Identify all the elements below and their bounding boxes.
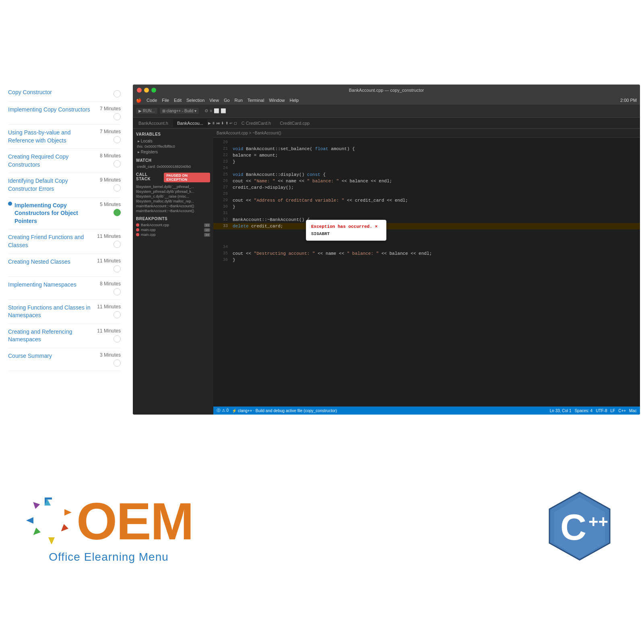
code-line-23: 23 } [213, 159, 640, 165]
build-select[interactable]: ⊞ clang++ - Build ▾ [160, 108, 199, 114]
check-circle [114, 113, 121, 120]
menu-code[interactable]: Code [147, 98, 157, 103]
course-item-title[interactable]: Copy Constructor [8, 89, 52, 95]
main-content: Copy Constructor Implementing Copy Const… [0, 85, 644, 415]
code-line-36: 36 } [213, 257, 640, 263]
code-line-25: 25 void BankAccount::display() const { [213, 171, 640, 178]
list-item[interactable]: Course Summary 3 Minutes [8, 348, 121, 371]
list-item[interactable]: Using Pass-by-value and Reference with O… [8, 125, 121, 149]
locals-item[interactable]: ▸ Locals [136, 138, 210, 144]
menu-time: 2:00 PM [620, 98, 637, 103]
svg-text:C: C [560, 507, 586, 547]
list-item[interactable]: Implementing Copy Constructors 7 Minutes [8, 102, 121, 125]
list-item[interactable]: Identifying Default Copy Constructor Err… [8, 173, 121, 197]
breakpoints-title: BREAKPOINTS [136, 217, 210, 221]
code-line-22: 22 balance = amount; [213, 152, 640, 159]
code-line-31: 31 [213, 210, 640, 217]
ide-body: VARIABLES ▸ Locals this: 0x00007ffecfbff… [133, 129, 640, 415]
list-item[interactable]: Creating Required Copy Constructors 8 Mi… [8, 149, 121, 173]
course-item-title-active[interactable]: Implementing Copy Constructors for Objec… [14, 202, 78, 224]
course-item-title[interactable]: Creating Friend Functions and Classes [8, 234, 84, 248]
cpp-logo: C ++ [539, 489, 620, 570]
duration-label: 7 Minutes [100, 129, 121, 134]
menu-terminal[interactable]: Terminal [248, 98, 264, 103]
breakpoint-dot [136, 228, 139, 231]
svg-marker-4 [26, 517, 33, 524]
course-item-title[interactable]: Course Summary [8, 353, 52, 359]
check-circle [114, 184, 121, 192]
check-circle [114, 359, 121, 367]
mac-maximize-button[interactable] [151, 88, 156, 93]
status-platform: Mac [629, 409, 637, 413]
oem-brand-text: OEM [76, 495, 193, 547]
exception-message: SIGABRT [311, 231, 381, 237]
tab-creditcard-h[interactable]: C CreditCard.h [237, 119, 275, 127]
code-editor[interactable]: BankAccount.cpp > ~BankAccount() 20 21 v… [213, 129, 640, 415]
watch-item: credit_card: 0x0000001882040b0 [136, 164, 210, 169]
status-errors: ⓪ ⚠ 0 [217, 408, 229, 413]
code-line-34: 34 [213, 244, 640, 250]
menu-window[interactable]: Window [269, 98, 285, 103]
list-item[interactable]: Copy Constructor [8, 85, 121, 102]
menu-selection[interactable]: Selection [186, 98, 204, 103]
list-item[interactable]: Creating and Referencing Namespaces 11 M… [8, 324, 121, 348]
breakpoint-dot [136, 223, 139, 227]
list-item[interactable]: Implementing Copy Constructors for Objec… [8, 198, 121, 230]
list-item[interactable]: Implementing Namespaces 8 Minutes [8, 277, 121, 300]
tab-creditcard-cpp[interactable]: CreditCard.cpp [276, 119, 314, 127]
oem-arrows-icon [24, 497, 72, 545]
duration-label: 8 Minutes [100, 281, 121, 287]
menu-apple[interactable]: 🍎 [136, 98, 142, 103]
check-circle [114, 265, 121, 272]
mac-titlebar: BankAccount.cpp — copy_constructor [133, 85, 640, 96]
check-circle [114, 335, 121, 343]
menu-edit[interactable]: Edit [174, 98, 182, 103]
breadcrumb: BankAccount.cpp > ~BankAccount() [217, 131, 281, 135]
course-item-title[interactable]: Implementing Copy Constructors [8, 106, 90, 113]
check-circle [114, 160, 121, 167]
tab-bankaccount-cpp[interactable]: BankAccou... [173, 119, 207, 127]
mac-minimize-button[interactable] [144, 88, 149, 93]
exception-close-icon[interactable]: × [375, 224, 378, 229]
list-item[interactable]: Creating Nested Classes 11 Minutes [8, 254, 121, 277]
course-item-title[interactable]: Implementing Namespaces [8, 281, 76, 288]
code-line-27: 27 credit_card->display(); [213, 184, 640, 191]
menu-help[interactable]: Help [290, 98, 299, 103]
variables-title: VARIABLES [136, 132, 210, 136]
breadcrumb-bar: BankAccount.cpp > ~BankAccount() [213, 129, 640, 138]
course-item-title[interactable]: Creating Nested Classes [8, 258, 70, 265]
code-line-20: 20 [213, 139, 640, 146]
list-item[interactable]: Storing Functions and Classes in Namespa… [8, 300, 121, 324]
tabs-bar: BankAccount.h BankAccou... ▶ ⏸ ⏭ ⬇ ⬆ ↩ ◻… [133, 118, 640, 129]
ide-toolbar: ▶ RUN... ⊞ clang++ - Build ▾ ⚙ ≡ ⬜ ⬜ [133, 105, 640, 118]
duration-label: 3 Minutes [100, 352, 121, 358]
menu-view[interactable]: View [209, 98, 219, 103]
course-item-title[interactable]: Using Pass-by-value and Reference with O… [8, 129, 71, 144]
status-bar: ⓪ ⚠ 0 ⚡ clang++ · Build and debug active… [213, 407, 640, 415]
list-item[interactable]: Creating Friend Functions and Classes 11… [8, 229, 121, 254]
menu-go[interactable]: Go [224, 98, 230, 103]
menu-file[interactable]: File [162, 98, 169, 103]
tab-bankaccount-h[interactable]: BankAccount.h [134, 119, 172, 127]
run-button[interactable]: ▶ RUN... [136, 108, 157, 114]
branding-section: OEM Office Elearning Menu C ++ [0, 415, 644, 644]
mac-close-button[interactable] [137, 88, 142, 93]
course-sidebar: Copy Constructor Implementing Copy Const… [0, 85, 129, 415]
menu-run[interactable]: Run [235, 98, 243, 103]
registers-item[interactable]: ▸ Registers [136, 149, 210, 155]
course-item-title[interactable]: Identifying Default Copy Constructor Err… [8, 178, 68, 192]
duration-label: 9 Minutes [100, 177, 121, 183]
course-item-title[interactable]: Creating Required Copy Constructors [8, 153, 68, 168]
course-item-title[interactable]: Storing Functions and Classes in Namespa… [8, 304, 91, 319]
code-line-28: 28 [213, 191, 640, 197]
callstack-item-2: libsystem_c.dylib`__raise (misc... [136, 194, 210, 199]
course-item-title[interactable]: Creating and Referencing Namespaces [8, 328, 72, 343]
code-line-33-highlighted: 33 delete credit_card; [213, 223, 640, 229]
duration-label: 11 Minutes [97, 328, 121, 334]
callstack-section: CALL STACK PAUSED ON EXCEPTION libsystem… [136, 172, 210, 213]
breakpoint-0: BankAccount.cpp 33 [136, 223, 210, 227]
svg-marker-3 [31, 528, 41, 537]
breakpoint-2: main.cpp 34 [136, 232, 210, 237]
watch-title: WATCH [136, 158, 210, 163]
check-circle-active [114, 209, 121, 216]
